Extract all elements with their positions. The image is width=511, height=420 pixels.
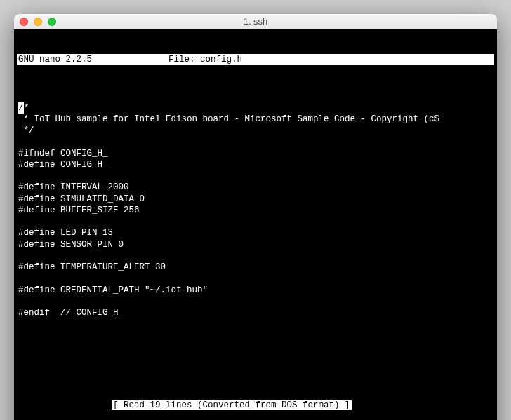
code-line: /* xyxy=(18,103,29,113)
code-line: #define LED_PIN 13 xyxy=(18,228,113,238)
cursor: / xyxy=(18,102,24,114)
code-line: #define CONFIG_H_ xyxy=(18,160,108,170)
code-line: */ xyxy=(18,126,34,135)
header-gap xyxy=(93,54,167,65)
titlebar[interactable]: 1. ssh xyxy=(14,14,497,29)
traffic-lights xyxy=(20,18,56,26)
terminal-window: 1. ssh GNU nano 2.2.5 File: config.h /* … xyxy=(14,14,497,420)
terminal-body[interactable]: GNU nano 2.2.5 File: config.h /* * IoT H… xyxy=(14,29,497,420)
nano-header: GNU nano 2.2.5 File: config.h xyxy=(17,54,494,65)
window-title: 1. ssh xyxy=(14,16,497,27)
nano-file: File: config.h xyxy=(167,54,244,65)
status-line: [ Read 19 lines (Converted from DOS form… xyxy=(17,400,494,411)
close-icon[interactable] xyxy=(20,18,28,26)
status-text: [ Read 19 lines (Converted from DOS form… xyxy=(112,400,352,410)
code-line: #define SIMULATED_DATA 0 xyxy=(18,194,145,204)
nano-version: GNU nano 2.2.5 xyxy=(17,54,93,65)
code-line: #ifndef CONFIG_H_ xyxy=(18,149,108,158)
code-line: #define INTERVAL 2000 xyxy=(18,182,129,192)
maximize-icon[interactable] xyxy=(48,18,56,26)
editor-content[interactable]: /* * IoT Hub sample for Intel Edison boa… xyxy=(17,100,494,366)
code-line: #define CREDENTIAL_PATH "~/.iot-hub" xyxy=(18,285,208,295)
header-gap-right xyxy=(244,54,494,65)
minimize-icon[interactable] xyxy=(34,18,42,26)
code-line: * IoT Hub sample for Intel Edison board … xyxy=(18,114,439,124)
code-line: #endif // CONFIG_H_ xyxy=(18,308,124,318)
code-line: #define TEMPERATURE_ALERT 30 xyxy=(18,262,166,272)
code-line: #define BUFFER_SIZE 256 xyxy=(18,205,140,215)
code-line: #define SENSOR_PIN 0 xyxy=(18,240,124,250)
